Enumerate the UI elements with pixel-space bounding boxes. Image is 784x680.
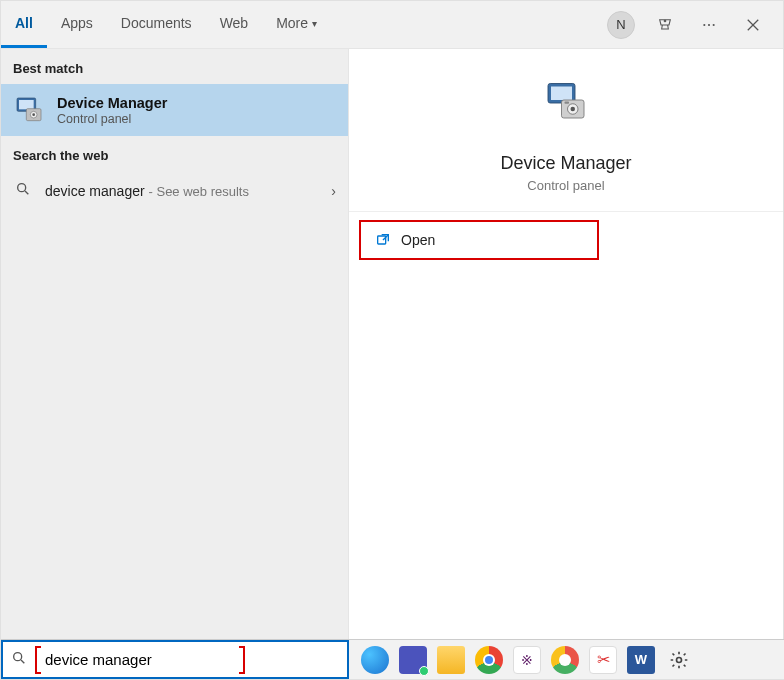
results-sidebar: Best match Device Manager Control panel xyxy=(1,49,349,679)
snip-icon[interactable]: ✂ xyxy=(589,646,617,674)
header-right: N xyxy=(607,11,775,39)
preview-title: Device Manager xyxy=(359,153,773,174)
tab-all-label: All xyxy=(15,15,33,31)
device-manager-icon xyxy=(13,94,45,126)
web-result-hint: - See web results xyxy=(149,184,249,199)
web-result-query: device manager xyxy=(45,183,145,199)
search-icon xyxy=(13,181,33,200)
tab-apps-label: Apps xyxy=(61,15,93,31)
svg-point-20 xyxy=(14,652,22,660)
svg-point-10 xyxy=(32,113,35,116)
settings-gear-icon[interactable] xyxy=(665,646,693,674)
taskbar-strip: ※ ✂ W xyxy=(1,639,784,679)
preview-header: Device Manager Control panel xyxy=(349,49,783,212)
tab-documents-label: Documents xyxy=(121,15,192,31)
preview-pane: Device Manager Control panel Open xyxy=(349,49,783,679)
best-match-result[interactable]: Device Manager Control panel xyxy=(1,84,348,136)
preview-actions: Open xyxy=(349,212,783,268)
svg-point-22 xyxy=(677,657,682,662)
preview-icon xyxy=(536,79,596,139)
svg-point-11 xyxy=(18,184,26,192)
tab-documents[interactable]: Documents xyxy=(107,1,206,48)
chrome-icon[interactable] xyxy=(475,646,503,674)
header-bar: All Apps Documents Web More ▾ N xyxy=(1,1,783,49)
svg-point-17 xyxy=(571,107,576,112)
chevron-right-icon: › xyxy=(331,183,336,199)
svg-point-0 xyxy=(664,20,666,22)
word-icon[interactable]: W xyxy=(627,646,655,674)
best-match-text: Device Manager Control panel xyxy=(57,95,167,126)
search-window: All Apps Documents Web More ▾ N xyxy=(0,0,784,680)
svg-point-3 xyxy=(713,23,715,25)
tab-all[interactable]: All xyxy=(1,1,47,48)
close-button[interactable] xyxy=(739,11,767,39)
open-icon xyxy=(375,232,391,248)
chevron-down-icon: ▾ xyxy=(312,18,317,29)
more-options-icon[interactable] xyxy=(695,11,723,39)
tab-web[interactable]: Web xyxy=(206,1,263,48)
best-match-subtitle: Control panel xyxy=(57,112,167,126)
web-result-label: device manager - See web results xyxy=(45,183,319,199)
best-match-title: Device Manager xyxy=(57,95,167,111)
svg-rect-14 xyxy=(551,87,572,101)
web-result-row[interactable]: device manager - See web results › xyxy=(1,171,348,210)
tab-web-label: Web xyxy=(220,15,249,31)
teams-icon[interactable] xyxy=(399,646,427,674)
avatar-initial: N xyxy=(616,17,625,32)
chrome-beta-icon[interactable] xyxy=(551,646,579,674)
tab-more[interactable]: More ▾ xyxy=(262,1,331,48)
svg-point-1 xyxy=(703,23,705,25)
svg-line-12 xyxy=(25,191,28,194)
preview-subtitle: Control panel xyxy=(359,178,773,193)
search-box[interactable] xyxy=(1,640,349,679)
search-input[interactable] xyxy=(41,646,239,674)
svg-rect-18 xyxy=(565,102,570,104)
best-match-heading: Best match xyxy=(1,49,348,84)
search-input-wrap xyxy=(35,642,339,677)
tab-more-label: More xyxy=(276,15,308,31)
taskbar-icons: ※ ✂ W xyxy=(349,640,784,679)
svg-rect-19 xyxy=(378,236,386,244)
edge-icon[interactable] xyxy=(361,646,389,674)
svg-rect-7 xyxy=(19,100,34,109)
file-explorer-icon[interactable] xyxy=(437,646,465,674)
search-web-heading: Search the web xyxy=(1,136,348,171)
body: Best match Device Manager Control panel xyxy=(1,49,783,679)
svg-line-21 xyxy=(21,660,24,663)
slack-icon[interactable]: ※ xyxy=(513,646,541,674)
tab-apps[interactable]: Apps xyxy=(47,1,107,48)
open-action[interactable]: Open xyxy=(359,220,599,260)
avatar[interactable]: N xyxy=(607,11,635,39)
svg-point-2 xyxy=(708,23,710,25)
search-icon xyxy=(11,650,27,670)
open-label: Open xyxy=(401,232,435,248)
web-result-hint-text: See web results xyxy=(156,184,249,199)
scope-tabs: All Apps Documents Web More ▾ xyxy=(1,1,331,48)
rewards-icon[interactable] xyxy=(651,11,679,39)
search-input-highlight xyxy=(35,646,245,674)
